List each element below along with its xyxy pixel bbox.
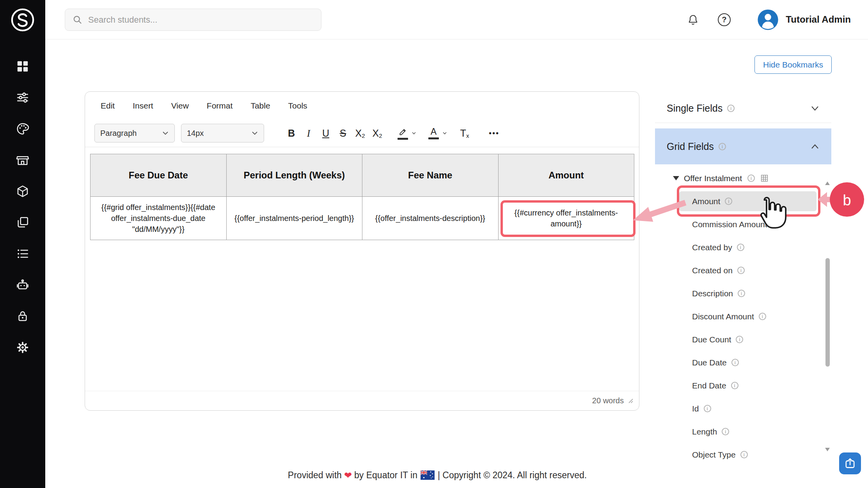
menu-table[interactable]: Table xyxy=(250,101,270,110)
tree-item-description[interactable]: Description i xyxy=(655,282,831,305)
subscript-button[interactable]: X2 xyxy=(351,124,369,142)
sidebar-item-theme[interactable] xyxy=(0,113,45,144)
notifications-button[interactable] xyxy=(684,11,701,28)
list-icon xyxy=(16,247,30,261)
table-header-row: Fee Due Date Period Length (Weeks) Fee N… xyxy=(91,154,634,197)
app-logo[interactable] xyxy=(9,6,36,34)
scroll-top-button[interactable] xyxy=(839,452,861,474)
grid-table-icon xyxy=(760,174,769,182)
cube-icon xyxy=(16,184,30,198)
tree-item-object-type[interactable]: Object Type i xyxy=(655,443,831,461)
tree-item-amount[interactable]: Amount i xyxy=(655,190,831,213)
resize-grip-icon[interactable] xyxy=(628,398,634,404)
highlight-color-bar xyxy=(398,138,408,140)
info-icon[interactable]: i xyxy=(722,428,729,435)
user-name: Tutorial Admin xyxy=(786,14,851,25)
menu-edit[interactable]: Edit xyxy=(101,101,115,110)
caret-down-icon[interactable] xyxy=(673,176,679,180)
sidebar-item-pages[interactable] xyxy=(0,207,45,238)
logo-icon xyxy=(9,6,36,34)
col-header-fee-name[interactable]: Fee Name xyxy=(362,154,499,197)
grid-fields-header[interactable]: Grid Fields i xyxy=(655,128,831,164)
tree-item-length[interactable]: Length i xyxy=(655,420,831,443)
menu-insert[interactable]: Insert xyxy=(133,101,153,110)
tree-item-id[interactable]: Id i xyxy=(655,397,831,420)
sidebar-item-dashboard[interactable] xyxy=(0,51,45,82)
single-fields-header[interactable]: Single Fields i xyxy=(655,94,831,123)
text-color-button[interactable]: A xyxy=(427,127,447,139)
menu-tools[interactable]: Tools xyxy=(288,101,307,110)
tree-item-created-by[interactable]: Created by i xyxy=(655,236,831,259)
info-icon[interactable]: i xyxy=(704,405,711,412)
chevron-down-icon xyxy=(411,131,417,135)
sidebar-item-store[interactable] xyxy=(0,144,45,176)
tree-item-due-count[interactable]: Due Count i xyxy=(655,328,831,351)
info-icon[interactable]: i xyxy=(731,382,738,389)
toolbar-more-button[interactable]: ••• xyxy=(489,129,499,138)
sidebar-item-security[interactable] xyxy=(0,301,45,332)
editor-content[interactable]: Fee Due Date Period Length (Weeks) Fee N… xyxy=(85,147,639,391)
sidebar-item-lists[interactable] xyxy=(0,238,45,269)
menu-format[interactable]: Format xyxy=(207,101,233,110)
tree-item-end-date[interactable]: End Date i xyxy=(655,374,831,397)
top-bar: ? Tutorial Admin xyxy=(45,0,868,39)
info-icon[interactable]: i xyxy=(731,359,739,366)
col-header-amount[interactable]: Amount xyxy=(498,154,634,197)
chevron-down-icon xyxy=(442,131,447,135)
underline-button[interactable]: U xyxy=(317,124,334,142)
strikethrough-button[interactable]: S xyxy=(334,124,351,142)
help-button[interactable]: ? xyxy=(715,11,733,28)
info-icon[interactable]: i xyxy=(727,105,735,112)
info-icon[interactable]: i xyxy=(737,267,745,274)
sidebar-item-modules[interactable] xyxy=(0,176,45,207)
single-fields-label: Single Fields xyxy=(667,103,722,114)
sidebar-item-automation[interactable] xyxy=(0,269,45,301)
highlight-color-button[interactable] xyxy=(396,126,417,140)
panel-scrollbar[interactable] xyxy=(825,167,830,461)
italic-button[interactable]: I xyxy=(300,124,317,142)
info-icon[interactable]: i xyxy=(719,143,726,150)
tree-item-commission-amount[interactable]: Commission Amount i xyxy=(655,213,831,236)
superscript-button[interactable]: X2 xyxy=(369,124,386,142)
tree-node-offer-instalment[interactable]: Offer Instalment i xyxy=(655,167,831,190)
info-icon[interactable]: i xyxy=(759,313,766,320)
sidebar-item-settings[interactable] xyxy=(0,332,45,363)
sidebar-item-filters[interactable] xyxy=(0,82,45,113)
tree-node-label: Offer Instalment xyxy=(684,174,742,183)
info-icon[interactable]: i xyxy=(736,336,743,343)
cell-period-length[interactable]: {{offer_instalments-period_length}} xyxy=(226,197,362,240)
info-icon[interactable]: i xyxy=(772,221,779,228)
palette-icon xyxy=(16,122,30,136)
info-icon[interactable]: i xyxy=(740,451,748,458)
info-icon[interactable]: i xyxy=(747,175,755,182)
hide-bookmarks-button[interactable]: Hide Bookmarks xyxy=(754,55,832,74)
clear-formatting-button[interactable]: Tx xyxy=(456,124,473,142)
tree-item-discount-amount[interactable]: Discount Amount i xyxy=(655,305,831,328)
storefront-icon xyxy=(16,153,30,167)
tree-item-created-on[interactable]: Created on i xyxy=(655,259,831,282)
tree-item-due-date[interactable]: Due Date i xyxy=(655,351,831,374)
block-format-select[interactable]: Paragraph xyxy=(94,124,175,142)
avatar[interactable] xyxy=(757,9,779,31)
col-header-period-length[interactable]: Period Length (Weeks) xyxy=(226,154,362,197)
search-input[interactable] xyxy=(88,15,314,25)
font-size-value: 14px xyxy=(187,129,204,138)
info-icon[interactable]: i xyxy=(738,290,745,297)
bold-button[interactable]: B xyxy=(283,124,300,142)
font-size-select[interactable]: 14px xyxy=(181,124,264,142)
fee-table: Fee Due Date Period Length (Weeks) Fee N… xyxy=(90,154,634,240)
cell-fee-due-date[interactable]: {{#grid offer_instalments}}{{#date offer… xyxy=(91,197,227,240)
more-icon: ••• xyxy=(489,129,499,137)
info-icon[interactable]: i xyxy=(737,244,744,251)
block-format-value: Paragraph xyxy=(100,129,137,138)
scrollbar-thumb[interactable] xyxy=(825,258,830,367)
sidebar-nav xyxy=(0,51,45,363)
menu-view[interactable]: View xyxy=(171,101,189,110)
word-count[interactable]: 20 words xyxy=(592,396,624,405)
col-header-fee-due-date[interactable]: Fee Due Date xyxy=(91,154,227,197)
scroll-up-icon[interactable] xyxy=(825,182,830,185)
cell-amount[interactable]: {{#currency offer_instalments-amount}} xyxy=(498,197,634,240)
table-data-row: {{#grid offer_instalments}}{{#date offer… xyxy=(91,197,634,240)
cell-fee-name[interactable]: {{offer_instalments-description}} xyxy=(362,197,499,240)
scroll-down-icon[interactable] xyxy=(825,448,830,451)
